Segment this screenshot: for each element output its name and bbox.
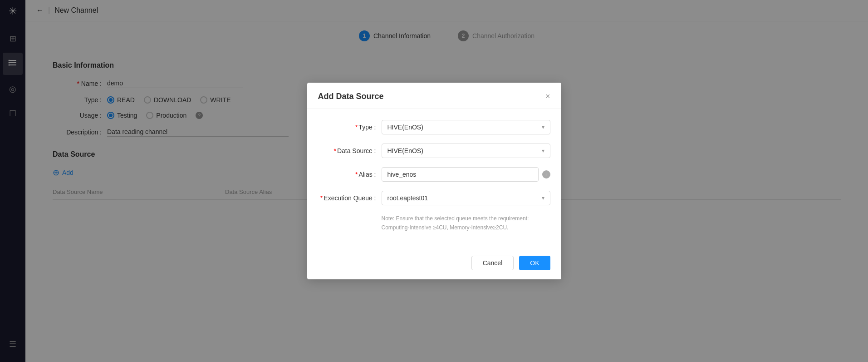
modal-overlay: Add Data Source × *Type : HIVE(EnOS) ▾ *… [0,0,868,362]
modal-close-button[interactable]: × [545,92,550,101]
modal-alias-input[interactable] [382,167,539,182]
type-chevron-icon: ▾ [542,124,544,130]
modal-body: *Type : HIVE(EnOS) ▾ *Data Source : HIVE… [307,109,561,250]
modal-queue-label: *Execution Queue : [318,194,382,202]
modal-queue-select[interactable]: root.eaptest01 ▾ [382,191,550,205]
alias-info-icon[interactable]: i [542,170,550,179]
modal-header: Add Data Source × [307,83,561,109]
modal-alias-label: *Alias : [318,171,382,178]
modal-title: Add Data Source [318,92,384,101]
modal-data-source-value: HIVE(EnOS) [387,147,423,154]
modal-type-select[interactable]: HIVE(EnOS) ▾ [382,120,550,134]
modal-queue-row: *Execution Queue : root.eaptest01 ▾ [318,191,550,205]
modal-queue-value: root.eaptest01 [387,194,428,202]
modal-note: Note: Ensure that the selected queue mee… [318,214,550,239]
modal-add-data-source: Add Data Source × *Type : HIVE(EnOS) ▾ *… [307,83,561,279]
ok-button[interactable]: OK [519,256,550,270]
modal-type-row: *Type : HIVE(EnOS) ▾ [318,120,550,134]
modal-type-value: HIVE(EnOS) [387,124,423,131]
modal-data-source-label: *Data Source : [318,147,382,154]
modal-alias-row: *Alias : i [318,167,550,182]
queue-chevron-icon: ▾ [542,195,544,201]
data-source-chevron-icon: ▾ [542,148,544,154]
modal-type-label: *Type : [318,124,382,131]
alias-row-group: i [382,167,550,182]
modal-data-source-row: *Data Source : HIVE(EnOS) ▾ [318,144,550,158]
modal-footer: Cancel OK [307,250,561,279]
modal-data-source-select[interactable]: HIVE(EnOS) ▾ [382,144,550,158]
cancel-button[interactable]: Cancel [471,256,514,270]
